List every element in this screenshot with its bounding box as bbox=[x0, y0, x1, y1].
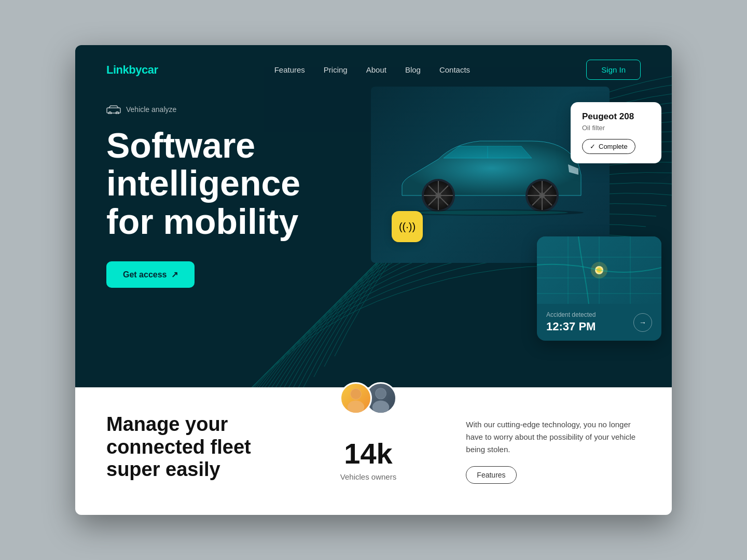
nav-link-blog[interactable]: Blog bbox=[405, 65, 421, 74]
svg-point-40 bbox=[372, 401, 390, 413]
bottom-heading: Manage your connected fleet super easily bbox=[106, 413, 281, 481]
hero-title-line1: Software bbox=[106, 125, 255, 165]
avatar-1-image bbox=[341, 384, 370, 413]
accident-time: 12:37 PM bbox=[546, 320, 596, 333]
svg-point-37 bbox=[348, 401, 365, 413]
browser-window: Linkbycar Features Pricing About Blog Co… bbox=[75, 45, 672, 515]
nav-links: Features Pricing About Blog Contacts bbox=[274, 65, 471, 75]
svg-point-38 bbox=[351, 389, 361, 399]
heading-line1: Manage your bbox=[106, 413, 228, 435]
nav-link-features[interactable]: Features bbox=[274, 65, 305, 74]
car-icon bbox=[106, 105, 121, 114]
user-avatars bbox=[340, 382, 397, 414]
signin-button[interactable]: Sign In bbox=[586, 60, 641, 80]
avatar-1 bbox=[340, 382, 372, 414]
hero-tag: Vehicle analyze bbox=[106, 105, 641, 114]
hero-section: Linkbycar Features Pricing About Blog Co… bbox=[75, 45, 672, 387]
bottom-center: 14k Vehicles owners bbox=[281, 413, 456, 481]
heading-line2: connected fleet bbox=[106, 436, 251, 458]
svg-point-41 bbox=[376, 388, 386, 399]
bottom-section: Manage your connected fleet super easily bbox=[75, 387, 672, 515]
hero-tag-text: Vehicle analyze bbox=[126, 105, 176, 114]
arrow-icon: ↗ bbox=[171, 270, 178, 279]
stat-label: Vehicles owners bbox=[340, 472, 396, 481]
nav-link-contacts[interactable]: Contacts bbox=[439, 65, 470, 74]
nav-item-features[interactable]: Features bbox=[274, 65, 305, 75]
stat-number: 14k bbox=[344, 439, 392, 468]
nav-item-about[interactable]: About bbox=[366, 65, 386, 75]
hero-title-line3: for mobility bbox=[106, 202, 298, 241]
logo-text-prefix: Linkby bbox=[106, 63, 142, 76]
get-access-label: Get access bbox=[123, 270, 167, 279]
features-button[interactable]: Features bbox=[466, 466, 516, 484]
get-access-button[interactable]: Get access ↗ bbox=[106, 261, 195, 288]
hero-content: Vehicle analyze Software intelligence fo… bbox=[75, 94, 672, 319]
hero-title-line2: intelligence bbox=[106, 163, 300, 203]
bottom-description: With our cutting-edge technology, you no… bbox=[466, 418, 641, 456]
hero-title: Software intelligence for mobility bbox=[106, 127, 345, 241]
heading-line3: super easily bbox=[106, 458, 220, 480]
navigation: Linkbycar Features Pricing About Blog Co… bbox=[75, 45, 672, 94]
logo: Linkbycar bbox=[106, 63, 158, 77]
logo-text-suffix: car bbox=[142, 63, 158, 76]
nav-item-pricing[interactable]: Pricing bbox=[324, 65, 348, 75]
nav-item-contacts[interactable]: Contacts bbox=[439, 65, 470, 75]
bottom-right: With our cutting-edge technology, you no… bbox=[455, 413, 641, 484]
nav-link-pricing[interactable]: Pricing bbox=[324, 65, 348, 74]
nav-item-blog[interactable]: Blog bbox=[405, 65, 421, 75]
bottom-left: Manage your connected fleet super easily bbox=[106, 413, 281, 481]
nav-link-about[interactable]: About bbox=[366, 65, 386, 74]
